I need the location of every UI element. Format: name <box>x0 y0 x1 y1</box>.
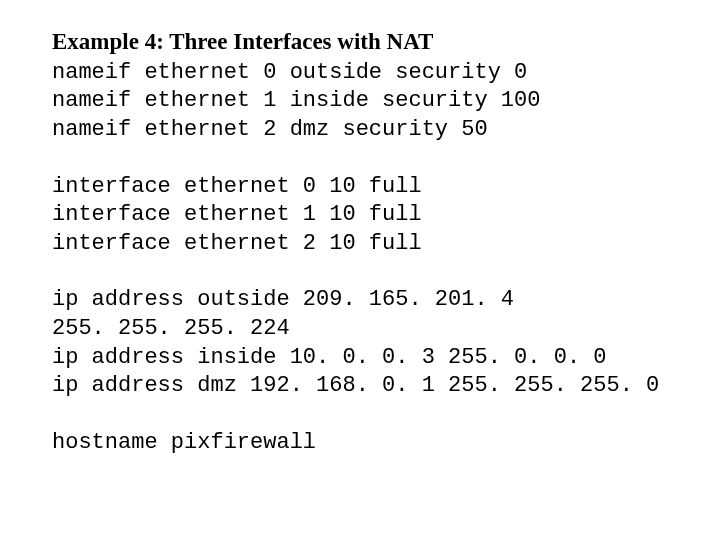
interface-block: interface ethernet 0 10 full interface e… <box>52 173 720 259</box>
nameif-block: nameif ethernet 0 outside security 0 nam… <box>52 59 720 145</box>
hostname-block: hostname pixfirewall <box>52 429 720 458</box>
document-page: Example 4: Three Interfaces with NAT nam… <box>0 0 720 457</box>
spacer <box>52 401 720 427</box>
spacer <box>52 145 720 171</box>
spacer <box>52 258 720 284</box>
example-heading: Example 4: Three Interfaces with NAT <box>52 28 720 57</box>
ip-address-block: ip address outside 209. 165. 201. 4 255.… <box>52 286 720 400</box>
